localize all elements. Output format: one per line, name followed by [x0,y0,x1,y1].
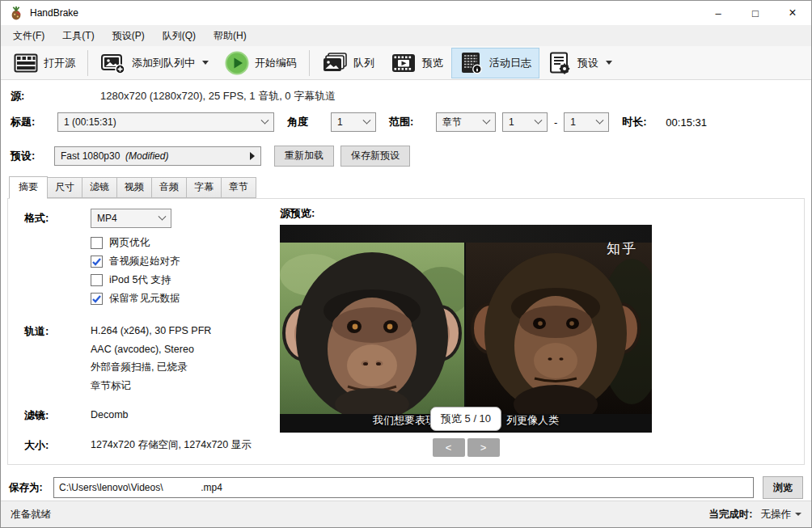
chevron-down-icon [606,61,612,65]
angle-select[interactable]: 1 [331,112,376,132]
title-row: 标题: 1 (00:15:31) 角度 1 范围: 章节 1 - 1 [11,112,811,133]
close-button[interactable]: × [774,1,811,25]
chevron-down-icon [795,513,801,516]
source-info: 1280x720 (1280x720), 25 FPS, 1 音轨, 0 字幕轨… [100,89,336,103]
menu-presets[interactable]: 预设(P) [104,25,154,46]
preview-button[interactable]: 预览 [383,48,451,78]
chevron-down-icon [159,212,167,220]
chevron-down-icon [363,116,371,124]
range-to-select[interactable]: 1 [564,112,609,132]
web-optimized-checkbox-row[interactable]: 网页优化 [91,234,180,251]
letterbox-top [280,225,652,243]
ipod-support-checkbox-row[interactable]: iPod 5代 支持 [91,271,180,289]
tracks-label: 轨道: [24,322,91,395]
reload-preset-button[interactable]: 重新加载 [274,146,334,167]
handbrake-window: HandBrake – □ × 文件(F) 工具(T) 预设(P) 队列(Q) … [0,0,812,528]
chevron-down-icon [202,61,209,65]
chevron-down-icon [535,116,543,124]
menu-file[interactable]: 文件(F) [4,25,53,46]
duration-value: 00:15:31 [666,116,707,129]
metadata-checkbox[interactable] [91,293,103,305]
tab-summary[interactable]: 摘要 [9,176,48,199]
toolbar-separator [309,50,310,76]
track-video: H.264 (x264), 30 FPS PFR [91,322,211,340]
tab-filters[interactable]: 滤镜 [82,177,117,198]
size-label: 大小: [24,436,91,454]
queue-icon [322,52,348,74]
cgi-ape-photo-right [466,243,652,414]
tab-chapters[interactable]: 章节 [221,177,256,198]
presets-icon [548,51,572,75]
save-new-preset-button[interactable]: 保存新预设 [340,146,410,167]
source-preview-label: 源预览: [280,206,804,221]
chevron-down-icon [483,116,491,124]
range-separator: - [554,116,557,129]
format-label: 格式: [24,209,91,307]
tab-subtitles[interactable]: 字幕 [186,177,222,198]
title-bar: HandBrake – □ × [1,1,811,25]
handbrake-logo-icon [9,6,23,20]
preset-row: 预设: Fast 1080p30 (Modified) 重新加载 保存新预设 [11,145,811,167]
maximize-button[interactable]: □ [737,1,774,25]
save-as-label: 保存为: [9,481,53,495]
format-select[interactable]: MP4 [91,209,171,228]
web-optimized-checkbox[interactable] [91,237,103,249]
status-bar: 准备就绪 当完成时: 无操作 [1,501,811,527]
window-title: HandBrake [30,7,78,19]
next-preview-button[interactable]: > [467,438,500,457]
zhihu-watermark: 知乎 [607,239,637,258]
add-to-queue-button[interactable]: 添加到队列中 [92,48,217,78]
preview-counter-tooltip: 预览 5 / 10 [430,407,501,431]
range-from-select[interactable]: 1 [502,112,548,132]
when-done-dropdown[interactable]: 无操作 [761,508,802,522]
preset-label: 预设: [11,149,48,163]
range-label: 范围: [389,115,426,129]
previous-preview-button[interactable]: < [433,438,465,457]
track-audio: AAC (avcodec), Stereo [91,340,211,359]
start-encode-button[interactable]: 开始编码 [217,48,305,78]
tab-audio[interactable]: 音频 [151,177,187,198]
filters-label: 滤镜: [24,406,91,425]
tab-bar: 摘要 尺寸 滤镜 视频 音频 字幕 章节 [9,180,811,198]
summary-panel: 格式: MP4 网页优化 音视频起始对齐 [7,198,805,465]
source-label: 源: [11,89,48,103]
clapperboard-icon [14,52,38,74]
track-chapters: 章节标记 [91,377,211,395]
when-done-label: 当完成时: [708,508,752,522]
presets-button[interactable]: 预设 [539,48,620,78]
av-align-checkbox[interactable] [91,256,103,268]
summary-right-column: 源预览: [280,199,804,464]
range-type-select[interactable]: 章节 [436,112,496,132]
metadata-checkbox-row[interactable]: 保留常见元数据 [91,289,180,307]
queue-button[interactable]: 队列 [314,48,383,78]
title-select[interactable]: 1 (00:15:31) [57,112,274,132]
size-value: 1274x720 存储空间, 1274x720 显示 [91,436,252,454]
title-label: 标题: [11,115,48,129]
av-align-checkbox-row[interactable]: 音视频起始对齐 [91,252,180,270]
menu-tools[interactable]: 工具(T) [53,25,103,46]
tab-video[interactable]: 视频 [116,177,152,198]
chimp-photo-left [280,243,464,414]
save-path-input[interactable] [53,477,754,498]
preview-icon [391,53,417,74]
source-preview-image: 知乎 我们想要表现的 列更像人类 预览 5 / 10 [280,225,652,433]
minimize-button[interactable]: – [700,1,737,25]
save-row: 保存为: 浏览 [9,476,803,499]
play-icon [225,51,249,75]
duration-label: 时长: [622,115,659,129]
arrow-right-icon [250,152,255,160]
menu-help[interactable]: 帮助(H) [205,25,256,46]
preset-select[interactable]: Fast 1080p30 (Modified) [54,146,261,166]
tab-dimensions[interactable]: 尺寸 [47,177,82,198]
open-source-button[interactable]: 打开源 [6,48,83,78]
chevron-down-icon [261,116,269,124]
chevron-down-icon [596,116,604,124]
activity-log-button[interactable]: 活动日志 [451,48,539,78]
menu-queue[interactable]: 队列(Q) [154,25,205,46]
preview-nav: < > [280,438,652,457]
ipod-support-checkbox[interactable] [91,274,103,286]
menu-bar: 文件(F) 工具(T) 预设(P) 队列(Q) 帮助(H) [1,25,811,46]
toolbar-separator [87,50,88,76]
browse-button[interactable]: 浏览 [763,476,803,499]
track-subtitle: 外部音频扫描, 已烧录 [91,358,211,377]
